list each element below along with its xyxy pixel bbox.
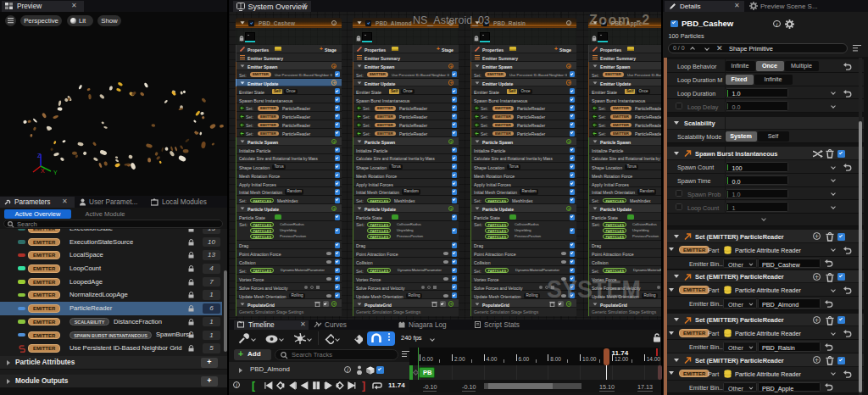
svg-text:Y: Y — [53, 170, 58, 175]
svg-text:X: X — [41, 168, 45, 174]
svg-text:Z: Z — [37, 153, 42, 159]
